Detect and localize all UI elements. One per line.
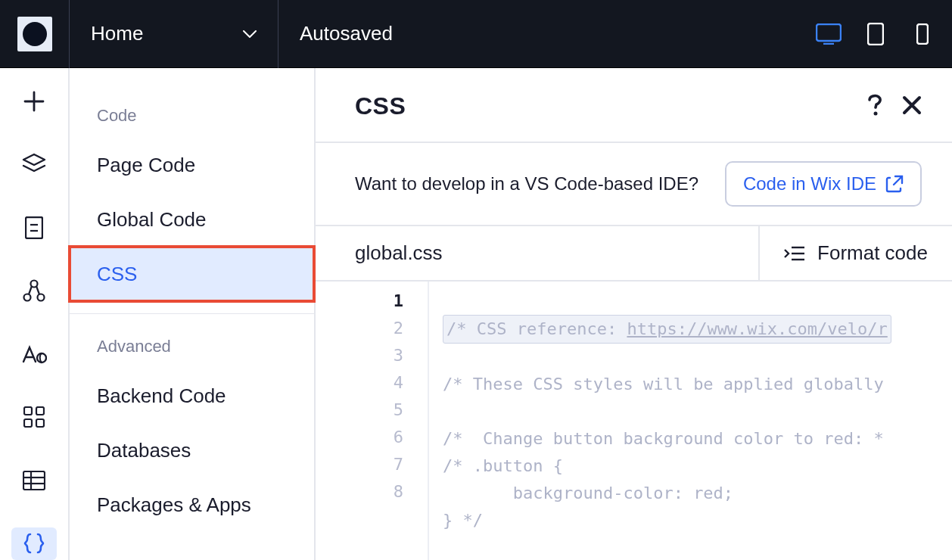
code-line: /* These CSS styles will be applied glob… xyxy=(443,375,884,394)
sidebar-item-label: Backend Code xyxy=(97,384,226,408)
help-button[interactable] xyxy=(867,94,884,120)
desktop-icon xyxy=(816,23,842,45)
mobile-device-button[interactable] xyxy=(908,20,937,48)
code-in-wix-ide-button[interactable]: Code in Wix IDE xyxy=(725,161,922,207)
sidebar-item-page-code[interactable]: Page Code xyxy=(70,138,314,192)
autosave-status: Autosaved xyxy=(278,22,799,45)
ide-cta-label: Code in Wix IDE xyxy=(743,173,876,194)
sidebar-item-global-code[interactable]: Global Code xyxy=(70,192,314,247)
tablet-icon xyxy=(867,23,884,45)
file-tab-global-css[interactable]: global.css xyxy=(316,226,482,280)
braces-icon xyxy=(23,532,45,555)
apps-button[interactable] xyxy=(11,401,57,434)
close-button[interactable] xyxy=(902,95,922,118)
page-selector[interactable]: Home xyxy=(70,0,278,68)
editor-header-actions xyxy=(867,94,922,120)
code-line: /* CSS reference: https://www.wix.com/ve… xyxy=(443,315,891,344)
tablet-device-button[interactable] xyxy=(861,20,890,48)
svg-rect-15 xyxy=(23,471,45,490)
editor-title: CSS xyxy=(355,92,406,120)
code-line: /* Change button background color to red… xyxy=(443,429,884,448)
format-code-button[interactable]: Format code xyxy=(758,226,952,280)
external-link-icon xyxy=(885,175,904,193)
file-tab-row: global.css Format code xyxy=(316,226,952,282)
code-line: } */ xyxy=(443,511,483,530)
sidebar-item-backend-code[interactable]: Backend Code xyxy=(70,369,314,423)
code-sidebar: Code Page Code Global Code CSS Advanced … xyxy=(70,68,316,560)
code-reference-link[interactable]: https://www.wix.com/velo/r xyxy=(627,319,887,338)
code-body[interactable]: /* CSS reference: https://www.wix.com/ve… xyxy=(429,282,952,560)
code-panel-button[interactable] xyxy=(11,527,57,561)
code-line: /* .button { xyxy=(443,456,563,475)
svg-rect-11 xyxy=(24,407,32,415)
section-heading-advanced: Advanced xyxy=(70,337,314,369)
theme-button[interactable] xyxy=(11,338,57,371)
tool-rail xyxy=(0,68,70,560)
sidebar-item-databases[interactable]: Databases xyxy=(70,423,314,478)
mobile-icon xyxy=(916,23,929,45)
plus-icon xyxy=(22,89,46,114)
sidebar-item-label: Databases xyxy=(97,439,191,462)
page-icon xyxy=(25,216,43,239)
ide-banner-text: Want to develop in a VS Code-based IDE? xyxy=(355,173,698,194)
svg-rect-14 xyxy=(36,419,44,427)
add-element-button[interactable] xyxy=(11,85,57,118)
help-icon xyxy=(867,94,884,117)
layers-icon xyxy=(21,153,47,176)
svg-rect-4 xyxy=(26,217,42,238)
editor-pane: CSS Want to develop in a VS Code-based I… xyxy=(316,68,952,560)
sidebar-divider xyxy=(70,313,314,314)
chevron-down-icon xyxy=(243,30,257,38)
theme-icon xyxy=(21,344,47,365)
sidebar-item-packages-apps[interactable]: Packages & Apps xyxy=(70,478,314,532)
nodes-icon xyxy=(22,279,46,302)
table-icon xyxy=(23,471,45,490)
device-toggle-group xyxy=(799,20,952,48)
svg-rect-3 xyxy=(917,24,928,44)
close-icon xyxy=(902,95,922,115)
code-line: background-color: red; xyxy=(443,484,733,502)
sidebar-item-css[interactable]: CSS xyxy=(70,247,314,301)
sidebar-item-label: Global Code xyxy=(97,208,207,232)
cms-button[interactable] xyxy=(11,464,57,497)
logo-button[interactable] xyxy=(0,0,70,68)
logo-icon xyxy=(23,22,47,46)
desktop-device-button[interactable] xyxy=(814,20,843,48)
format-icon xyxy=(784,245,805,262)
section-heading-code: Code xyxy=(70,106,314,138)
svg-point-9 xyxy=(38,294,45,301)
line-gutter: 12345678 xyxy=(316,282,429,560)
editor-header: CSS xyxy=(316,68,952,143)
svg-point-19 xyxy=(874,111,878,115)
sidebar-item-label: CSS xyxy=(97,263,137,286)
grid-icon xyxy=(23,406,45,428)
svg-point-8 xyxy=(24,294,31,301)
topbar: Home Autosaved xyxy=(0,0,952,68)
sidebar-item-label: Packages & Apps xyxy=(97,493,251,517)
code-editor[interactable]: 12345678 /* CSS reference: https://www.w… xyxy=(316,282,952,560)
svg-rect-0 xyxy=(817,24,841,41)
layers-button[interactable] xyxy=(11,148,57,182)
svg-rect-13 xyxy=(24,419,32,427)
main-area: Code Page Code Global Code CSS Advanced … xyxy=(0,68,952,560)
svg-rect-2 xyxy=(868,23,883,45)
svg-rect-12 xyxy=(36,407,44,415)
sidebar-item-label: Page Code xyxy=(97,154,195,177)
ide-banner: Want to develop in a VS Code-based IDE? … xyxy=(316,143,952,226)
logo-badge xyxy=(17,17,52,51)
format-code-label: Format code xyxy=(817,241,928,265)
site-structure-button[interactable] xyxy=(11,275,57,308)
pages-button[interactable] xyxy=(11,211,57,244)
svg-point-10 xyxy=(37,353,46,362)
page-selector-label: Home xyxy=(91,22,143,45)
